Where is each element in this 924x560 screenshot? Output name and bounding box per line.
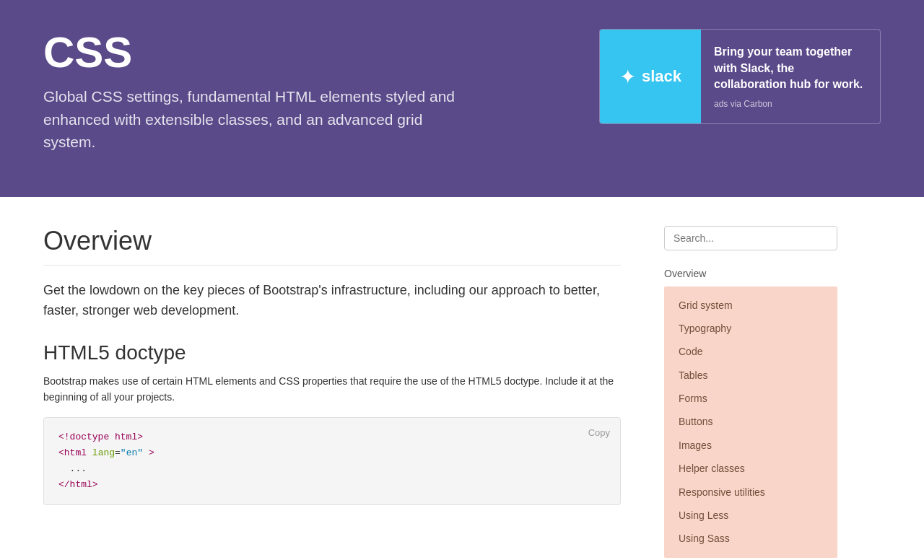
advertisement: ✦ slack Bring your team together with Sl…: [599, 29, 881, 124]
page-title: CSS: [43, 29, 462, 76]
ad-source: ads via Carbon: [714, 99, 867, 109]
header-left: CSS Global CSS settings, fundamental HTM…: [43, 29, 462, 154]
content-lead: Get the lowdown on the key pieces of Boo…: [43, 280, 621, 322]
ad-tagline: Bring your team together with Slack, the…: [714, 44, 867, 92]
sidebar-nav: Overview Grid system Typography Code Tab…: [664, 265, 837, 558]
code-plain: ...: [58, 463, 87, 474]
sidebar-item-responsive-utilities[interactable]: Responsive utilities: [664, 481, 837, 504]
section-heading: HTML5 doctype: [43, 341, 621, 364]
sidebar-item-using-less[interactable]: Using Less: [664, 504, 837, 527]
code-line-3: ...: [58, 461, 606, 477]
code-line-2: <html lang="en" >: [58, 445, 606, 461]
code-attr: lang: [92, 447, 115, 458]
sidebar-item-grid-system[interactable]: Grid system: [664, 294, 837, 317]
sidebar-item-code[interactable]: Code: [664, 340, 837, 363]
section-text: Bootstrap makes use of certain HTML elem…: [43, 373, 621, 406]
code-block: Copy <!doctype html> <html lang="en" > .…: [43, 417, 621, 505]
sidebar-item-typography[interactable]: Typography: [664, 317, 837, 340]
slack-logo: ✦ slack: [619, 65, 681, 89]
sidebar-item-helper-classes[interactable]: Helper classes: [664, 457, 837, 480]
sidebar-item-forms[interactable]: Forms: [664, 387, 837, 410]
content-heading: Overview: [43, 226, 621, 256]
code-tag-close: >: [149, 447, 154, 458]
code-str: "en": [121, 447, 143, 458]
search-input[interactable]: [664, 226, 837, 250]
slack-icon: ✦: [619, 65, 636, 89]
main-content: Overview Get the lowdown on the key piec…: [0, 211, 664, 561]
code-line-1: <!doctype html>: [58, 429, 606, 445]
ad-content: Bring your team together with Slack, the…: [701, 30, 880, 123]
sidebar-item-buttons[interactable]: Buttons: [664, 410, 837, 433]
sidebar-group: Grid system Typography Code Tables Forms…: [664, 286, 837, 558]
code-tag: <!doctype html>: [58, 432, 143, 442]
sidebar-item-using-sass[interactable]: Using Sass: [664, 527, 837, 550]
code-tag: <html: [58, 447, 87, 458]
sidebar-item-images[interactable]: Images: [664, 434, 837, 457]
sidebar-item-overview[interactable]: Overview: [664, 265, 837, 286]
sidebar-item-tables[interactable]: Tables: [664, 364, 837, 387]
divider: [43, 265, 621, 266]
code-tag: </html>: [58, 479, 98, 490]
code-line-4: </html>: [58, 477, 606, 493]
code-eq: =: [115, 447, 121, 458]
slack-brand-name: slack: [642, 67, 681, 86]
ad-image: ✦ slack: [600, 30, 701, 123]
copy-button[interactable]: Copy: [588, 425, 610, 441]
sidebar: Overview Grid system Typography Code Tab…: [664, 211, 852, 561]
header-description: Global CSS settings, fundamental HTML el…: [43, 85, 462, 154]
page-header: CSS Global CSS settings, fundamental HTM…: [0, 0, 924, 197]
main-area: Overview Get the lowdown on the key piec…: [0, 197, 924, 561]
